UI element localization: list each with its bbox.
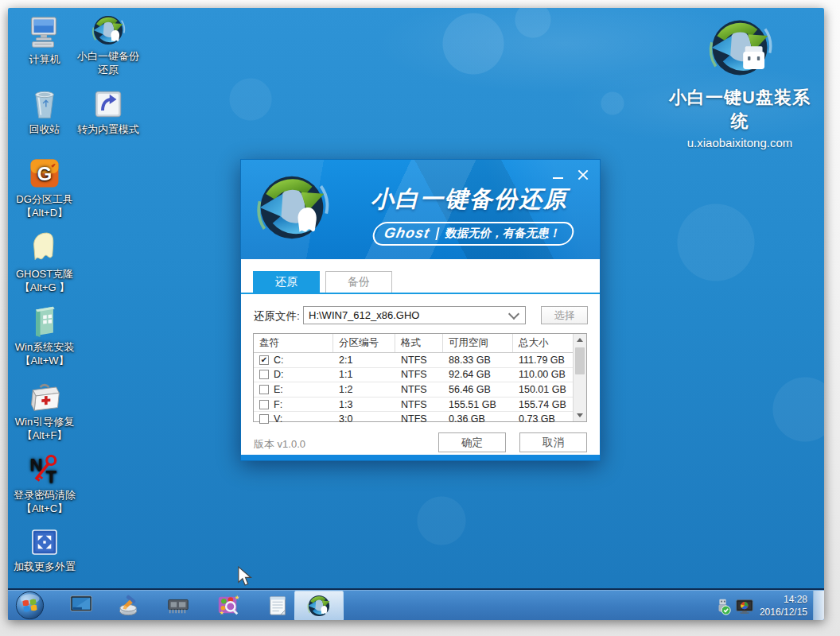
chevron-up-icon	[577, 338, 583, 342]
col-free: 可用空间	[443, 334, 513, 352]
scrollbar-thumb[interactable]	[575, 347, 585, 374]
svg-text:T: T	[46, 467, 57, 487]
desktop-icon-label: 登录密码清除	[8, 488, 81, 502]
desktop-icon-win-boot-repair[interactable]: Win引导修复 【Alt+F】	[8, 377, 81, 442]
version-label: 版本 v1.0.0	[254, 437, 305, 452]
tray-usb-icon[interactable]	[714, 598, 732, 615]
tab-restore[interactable]: 还原	[253, 271, 320, 293]
svg-text:★: ★	[220, 610, 224, 616]
taskbar-disk-cleanup-icon[interactable]	[118, 593, 142, 617]
taskbar-paint-icon[interactable]: ★ ★	[216, 593, 240, 617]
desktop-icon-label: 转为内置模式	[72, 122, 145, 136]
desktop-icon-internal-mode[interactable]: 转为内置模式	[72, 84, 145, 136]
desktop-icon-label: 回收站	[8, 122, 81, 136]
desktop-icon-xiaobai-backup[interactable]: 小白一键备份 还原	[72, 11, 145, 76]
desktop-icon-recycle-bin[interactable]: 回收站	[8, 84, 81, 136]
desktop-icon-label: 小白一键备份	[72, 49, 145, 63]
chevron-down-icon	[577, 413, 583, 417]
desktop-icon-password-clear[interactable]: N T 登录密码清除 【Alt+C】	[8, 450, 81, 515]
desktop-icon-computer[interactable]: 计算机	[8, 14, 81, 66]
tray-date: 2016/12/15	[748, 606, 807, 619]
expand-arrows-icon	[8, 522, 81, 558]
cancel-button[interactable]: 取消	[519, 432, 587, 452]
taskbar-display-settings-icon[interactable]	[69, 593, 93, 617]
desktop-icon-label: 计算机	[8, 52, 81, 66]
table-row[interactable]: D: 1:1 NTFS 92.64 GB 110.00 GB	[254, 368, 586, 383]
desktop-icon-label: 【Alt+G 】	[8, 281, 81, 294]
desktop-icon-label: 还原	[72, 63, 145, 76]
checkbox[interactable]	[259, 385, 269, 394]
branding-title: 小白一键U盘装系统	[662, 86, 818, 134]
tray-time: 14:28	[748, 593, 807, 606]
software-box-icon	[8, 302, 81, 339]
mouse-cursor	[237, 566, 255, 588]
partition-table: 盘符 分区编号 格式 可用空间 总大小 ✔C: 2:1 NTFS 88.33 G…	[253, 333, 587, 422]
desktop: 计算机 小白一键备份 还原 回收站	[8, 8, 824, 620]
computer-icon	[8, 14, 81, 51]
restore-file-label: 还原文件:	[254, 309, 300, 324]
col-drive: 盘符	[254, 334, 333, 352]
checkbox[interactable]	[259, 414, 269, 424]
desktop-icon-label: Win引导修复	[8, 415, 81, 429]
slogan: 数据无价，有备无患！	[444, 226, 562, 241]
scroll-down-button[interactable]	[574, 409, 586, 421]
tray-clock[interactable]: 14:28 2016/12/15	[748, 593, 807, 619]
dialog-bottom-strip	[241, 455, 600, 460]
tab-underline	[241, 293, 600, 294]
badge-divider	[435, 227, 439, 240]
table-row[interactable]: E: 1:2 NTFS 56.46 GB 150.01 GB	[254, 382, 586, 398]
tab-backup[interactable]: 备份	[325, 271, 392, 293]
xiaobai-backup-logo-icon	[72, 11, 145, 48]
shortcut-arrow-icon	[72, 84, 145, 121]
chevron-down-icon	[508, 308, 519, 319]
desktop-icon-label: 【Alt+D】	[8, 206, 81, 219]
minimize-button[interactable]	[547, 166, 568, 184]
taskbar: ★ ★	[8, 588, 824, 620]
desktop-icon-load-more[interactable]: 加载更多外置	[8, 522, 81, 573]
diskgenius-icon: G	[8, 154, 81, 191]
taskbar-notepad-icon[interactable]	[266, 593, 290, 617]
col-partition: 分区编号	[333, 334, 395, 352]
dialog-banner: 小白一键备份还原 Ghost 数据无价，有备无患！	[241, 160, 600, 259]
desktop-icon-win-install[interactable]: Win系统安装 【Alt+W】	[8, 302, 81, 367]
close-button[interactable]	[573, 166, 593, 184]
desktop-icon-ghost-clone[interactable]: GHOST克隆 【Alt+G 】	[8, 229, 81, 294]
restore-file-combobox[interactable]: H:\WIN7_612_x86.GHO	[303, 306, 526, 324]
desktop-icon-label: GHOST克隆	[8, 267, 81, 281]
table-row[interactable]: F: 1:3 NTFS 155.51 GB 155.74 GB	[254, 398, 586, 413]
desktop-icon-label: 【Alt+W】	[8, 354, 81, 367]
desktop-icon-label: DG分区工具	[8, 192, 81, 206]
taskbar-memory-icon[interactable]	[166, 593, 190, 617]
table-scrollbar[interactable]	[573, 334, 586, 421]
toolbox-icon	[8, 377, 81, 413]
ghost-icon	[8, 229, 81, 266]
checkbox[interactable]: ✔	[259, 355, 269, 365]
table-row[interactable]: V: 3:0 NTFS 0.36 GB 0.73 GB	[254, 412, 586, 426]
svg-text:G: G	[37, 163, 52, 184]
table-header: 盘符 分区编号 格式 可用空间 总大小	[254, 334, 586, 353]
col-format: 格式	[395, 334, 443, 352]
restore-file-value: H:\WIN7_612_x86.GHO	[304, 309, 510, 321]
xiaobai-usb-logo-icon	[706, 14, 773, 81]
desktop-icon-label: 加载更多外置	[8, 560, 81, 573]
checkbox[interactable]	[259, 400, 269, 409]
ok-button[interactable]: 确定	[438, 432, 506, 452]
col-total: 总大小	[513, 334, 574, 352]
start-button[interactable]	[15, 591, 45, 620]
desktop-icon-label: 【Alt+C】	[8, 502, 81, 515]
branding: 小白一键U盘装系统 u.xiaobaixitong.com	[662, 14, 818, 149]
choose-button[interactable]: 选择	[541, 306, 588, 324]
nt-password-key-icon: N T	[8, 450, 81, 487]
xiaobai-ghost-logo-icon	[306, 593, 332, 619]
desktop-icon-label: 【Alt+F】	[8, 429, 81, 442]
taskbar-active-app-xiaobai[interactable]	[294, 591, 344, 620]
minimize-icon	[553, 177, 563, 179]
checkbox[interactable]	[259, 370, 269, 379]
desktop-icon-dg-partition[interactable]: G DG分区工具 【Alt+D】	[8, 154, 81, 219]
xiaobai-ghost-logo-icon	[254, 169, 330, 246]
scroll-up-button[interactable]	[574, 334, 586, 346]
show-desktop-button[interactable]	[813, 591, 824, 620]
table-row[interactable]: ✔C: 2:1 NTFS 88.33 GB 111.79 GB	[254, 353, 586, 368]
desktop-icon-label: Win系统安装	[8, 340, 81, 354]
branding-url: u.xiaobaixitong.com	[662, 136, 818, 149]
